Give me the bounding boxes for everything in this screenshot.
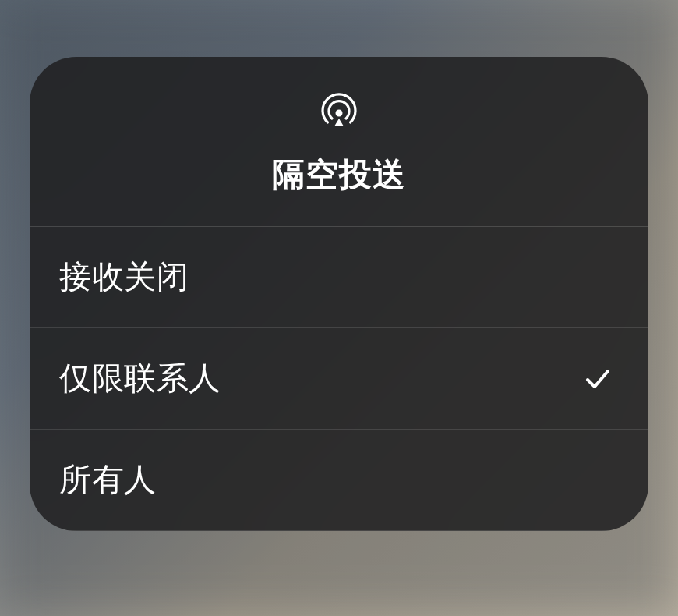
options-list: 接收关闭 仅限联系人 所有人 xyxy=(30,227,648,531)
option-label: 仅限联系人 xyxy=(59,357,221,400)
panel-header: 隔空投送 xyxy=(30,57,648,227)
option-label: 接收关闭 xyxy=(59,256,189,299)
panel-title: 隔空投送 xyxy=(272,153,406,196)
option-label: 所有人 xyxy=(59,458,157,501)
checkmark-icon xyxy=(584,365,612,393)
svg-point-0 xyxy=(336,110,343,117)
option-contacts-only[interactable]: 仅限联系人 xyxy=(30,328,648,430)
airdrop-icon xyxy=(316,88,362,133)
option-everyone[interactable]: 所有人 xyxy=(30,430,648,531)
option-receiving-off[interactable]: 接收关闭 xyxy=(30,227,648,328)
airdrop-settings-panel: 隔空投送 接收关闭 仅限联系人 所有人 xyxy=(30,57,648,531)
